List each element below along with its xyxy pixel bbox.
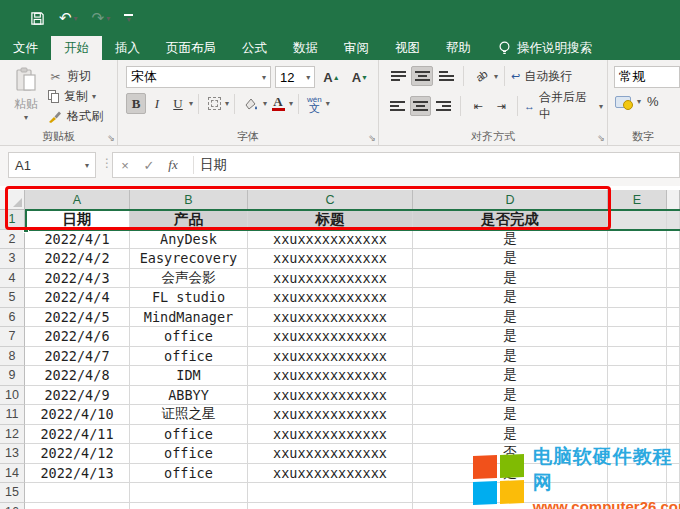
formula-content[interactable]: 日期 bbox=[200, 156, 227, 174]
column-header-C[interactable]: C bbox=[248, 190, 413, 210]
underline-button[interactable]: U bbox=[168, 93, 188, 114]
cell-B12[interactable]: office bbox=[130, 425, 248, 445]
row-header-10[interactable]: 10 bbox=[0, 386, 25, 406]
cell-B9[interactable]: IDM bbox=[130, 366, 248, 386]
column-header-E[interactable]: E bbox=[608, 190, 667, 210]
accounting-format-icon[interactable] bbox=[615, 96, 631, 108]
accounting-caret-icon[interactable]: ▾ bbox=[637, 97, 641, 106]
borders-button[interactable] bbox=[204, 93, 224, 114]
cell-E11[interactable] bbox=[608, 405, 667, 425]
cell-B7[interactable]: office bbox=[130, 327, 248, 347]
cell-D9[interactable]: 是 bbox=[413, 366, 608, 386]
cell-F14[interactable] bbox=[667, 464, 680, 484]
cell-B5[interactable]: FL studio bbox=[130, 288, 248, 308]
cell-C4[interactable]: xxuxxxxxxxxxxx bbox=[248, 269, 413, 289]
cell-A15[interactable] bbox=[25, 483, 130, 503]
align-right-button[interactable] bbox=[433, 96, 454, 116]
alignment-dialog-launcher-icon[interactable]: ⇘ bbox=[597, 133, 605, 143]
cell-E1[interactable] bbox=[608, 210, 667, 230]
cell-E14[interactable] bbox=[608, 464, 667, 484]
cell-D15[interactable] bbox=[413, 483, 608, 503]
cell-A13[interactable]: 2022/4/12 bbox=[25, 444, 130, 464]
cell-D8[interactable]: 是 bbox=[413, 347, 608, 367]
orientation-button[interactable]: ab bbox=[470, 66, 492, 86]
cell-E9[interactable] bbox=[608, 366, 667, 386]
cell-B3[interactable]: Easyrecovery bbox=[130, 249, 248, 269]
align-center-button[interactable] bbox=[410, 96, 431, 116]
row-header-5[interactable]: 5 bbox=[0, 288, 25, 308]
tab-页面布局[interactable]: 页面布局 bbox=[153, 36, 229, 60]
clipboard-dialog-launcher-icon[interactable]: ⇘ bbox=[107, 133, 115, 143]
cell-C11[interactable]: xxuxxxxxxxxxxx bbox=[248, 405, 413, 425]
cell-C13[interactable]: xxuxxxxxxxxxxx bbox=[248, 444, 413, 464]
cell-F1[interactable] bbox=[667, 210, 680, 230]
cell-F9[interactable] bbox=[667, 366, 680, 386]
cell-A6[interactable]: 2022/4/5 bbox=[25, 308, 130, 328]
percent-style-button[interactable]: % bbox=[647, 94, 659, 109]
cell-F4[interactable] bbox=[667, 269, 680, 289]
save-icon[interactable] bbox=[30, 11, 45, 26]
align-left-button[interactable] bbox=[387, 96, 408, 116]
cell-F13[interactable] bbox=[667, 444, 680, 464]
cell-D1[interactable]: 是否完成 bbox=[413, 210, 608, 230]
cell-E15[interactable] bbox=[608, 483, 667, 503]
row-header-15[interactable]: 15 bbox=[0, 483, 25, 503]
tab-开始[interactable]: 开始 bbox=[51, 36, 102, 60]
align-top-button[interactable] bbox=[387, 66, 409, 86]
cell-D2[interactable]: 是 bbox=[413, 230, 608, 250]
row-header-11[interactable]: 11 bbox=[0, 405, 25, 425]
cell-F11[interactable] bbox=[667, 405, 680, 425]
cell-C15[interactable] bbox=[248, 483, 413, 503]
cell-D11[interactable]: 是 bbox=[413, 405, 608, 425]
cell-B6[interactable]: MindManager bbox=[130, 308, 248, 328]
copy-caret-icon[interactable]: ▾ bbox=[92, 92, 96, 101]
cell-A11[interactable]: 2022/4/10 bbox=[25, 405, 130, 425]
tab-公式[interactable]: 公式 bbox=[229, 36, 280, 60]
bold-button[interactable]: B bbox=[126, 93, 146, 114]
cell-E6[interactable] bbox=[608, 308, 667, 328]
cell-E3[interactable] bbox=[608, 249, 667, 269]
cell-C16[interactable] bbox=[248, 503, 413, 509]
cell-F10[interactable] bbox=[667, 386, 680, 406]
insert-function-icon[interactable]: fx bbox=[161, 157, 185, 173]
cell-B11[interactable]: 证照之星 bbox=[130, 405, 248, 425]
font-color-caret-icon[interactable]: ▾ bbox=[289, 99, 293, 108]
cell-C5[interactable]: xxuxxxxxxxxxxx bbox=[248, 288, 413, 308]
cell-C6[interactable]: xxuxxxxxxxxxxx bbox=[248, 308, 413, 328]
tab-数据[interactable]: 数据 bbox=[280, 36, 331, 60]
cell-B1[interactable]: 产品 bbox=[130, 210, 248, 230]
cell-D10[interactable]: 是 bbox=[413, 386, 608, 406]
tab-审阅[interactable]: 审阅 bbox=[331, 36, 382, 60]
tab-帮助[interactable]: 帮助 bbox=[433, 36, 484, 60]
cell-C12[interactable]: xxuxxxxxxxxxxx bbox=[248, 425, 413, 445]
cell-F16[interactable] bbox=[667, 503, 680, 509]
row-header-1[interactable]: 1 bbox=[0, 210, 25, 230]
cell-A1[interactable]: 日期 bbox=[25, 210, 130, 230]
cell-E16[interactable] bbox=[608, 503, 667, 509]
font-size-combo[interactable]: 12▾ bbox=[275, 66, 315, 88]
cell-C9[interactable]: xxuxxxxxxxxxxx bbox=[248, 366, 413, 386]
borders-caret-icon[interactable]: ▾ bbox=[225, 99, 229, 108]
fill-handle[interactable] bbox=[23, 227, 29, 233]
column-header-B[interactable]: B bbox=[130, 190, 248, 210]
merge-center-button[interactable]: ↔合并后居中▾ bbox=[524, 89, 603, 123]
cell-D4[interactable]: 是 bbox=[413, 269, 608, 289]
cell-C3[interactable]: xxuxxxxxxxxxxx bbox=[248, 249, 413, 269]
cell-D3[interactable]: 是 bbox=[413, 249, 608, 269]
cell-E5[interactable] bbox=[608, 288, 667, 308]
cut-button[interactable]: ✂剪切 bbox=[48, 68, 103, 85]
fill-color-caret-icon[interactable]: ▾ bbox=[263, 99, 267, 108]
cell-D5[interactable]: 是 bbox=[413, 288, 608, 308]
decrease-font-button[interactable]: A▼ bbox=[348, 69, 372, 86]
cell-E4[interactable] bbox=[608, 269, 667, 289]
cell-F15[interactable] bbox=[667, 483, 680, 503]
cell-A16[interactable] bbox=[25, 503, 130, 509]
cell-A10[interactable]: 2022/4/9 bbox=[25, 386, 130, 406]
cell-A14[interactable]: 2022/4/13 bbox=[25, 464, 130, 484]
column-header-partial[interactable] bbox=[667, 190, 680, 210]
increase-indent-button[interactable]: ⇥ bbox=[490, 96, 511, 116]
number-format-combo[interactable]: 常规 bbox=[614, 66, 680, 88]
cell-D16[interactable] bbox=[413, 503, 608, 509]
cell-E7[interactable] bbox=[608, 327, 667, 347]
tab-视图[interactable]: 视图 bbox=[382, 36, 433, 60]
